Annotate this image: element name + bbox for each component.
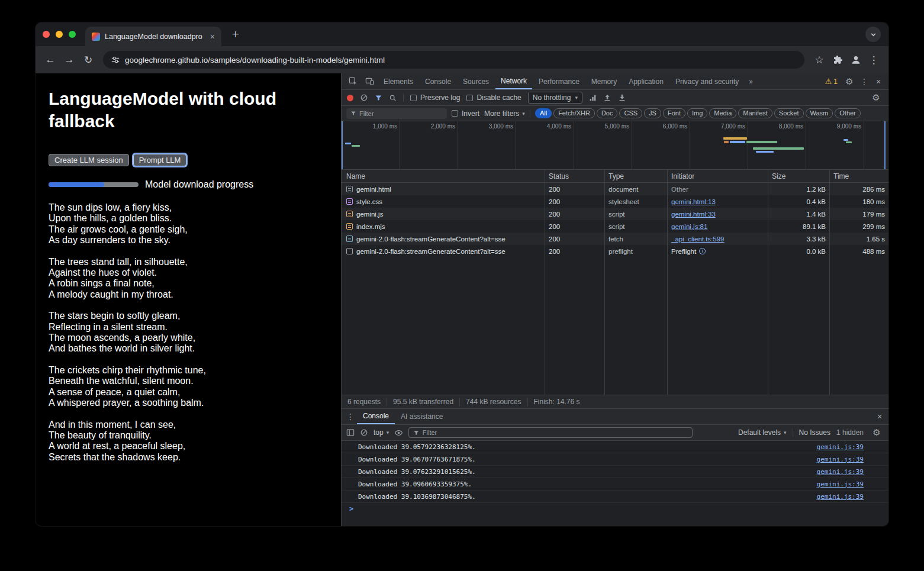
close-window-button[interactable] xyxy=(43,31,50,38)
record-network-log-button[interactable] xyxy=(347,95,353,101)
inspect-element-icon[interactable] xyxy=(345,74,360,89)
initiator-link[interactable]: gemini.html:33 xyxy=(671,211,716,218)
console-filter-box[interactable] xyxy=(408,427,693,438)
bookmark-star-icon[interactable]: ☆ xyxy=(810,51,828,69)
initiator-link[interactable]: gemini.js:81 xyxy=(671,223,707,230)
clear-console-icon[interactable] xyxy=(360,428,368,437)
chip-wasm[interactable]: Wasm xyxy=(806,108,833,118)
eye-icon[interactable] xyxy=(394,428,403,437)
create-llm-session-button[interactable]: Create LLM session xyxy=(49,154,129,166)
import-har-icon[interactable] xyxy=(603,93,611,102)
device-toolbar-icon[interactable] xyxy=(362,74,377,89)
console-prompt[interactable]: > xyxy=(342,503,888,515)
chip-media[interactable]: Media xyxy=(709,108,736,118)
issues-status[interactable]: No Issues xyxy=(799,428,830,437)
column-type[interactable]: Type xyxy=(605,170,668,182)
console-source-link[interactable]: gemini.js:39 xyxy=(817,456,864,463)
initiator-link[interactable]: _api_client.ts:599 xyxy=(671,236,725,243)
network-filter-box[interactable] xyxy=(346,108,447,119)
tab-network[interactable]: Network xyxy=(495,74,532,89)
reload-button[interactable]: ↻ xyxy=(79,51,97,69)
console-settings-icon[interactable]: ⚙ xyxy=(870,427,884,438)
request-row-style-css[interactable]: style.css 200 stylesheet gemini.html:13 … xyxy=(342,195,888,208)
tab-close-icon[interactable]: × xyxy=(208,32,217,41)
timeline-right-handle[interactable] xyxy=(884,121,886,169)
tab-elements[interactable]: Elements xyxy=(378,74,418,89)
request-row-stream-generate-content-preflight[interactable]: gemini-2.0-flash:streamGenerateContent?a… xyxy=(342,245,888,257)
clear-network-log-icon[interactable] xyxy=(360,93,368,102)
chip-font[interactable]: Font xyxy=(663,108,685,118)
more-filters-dropdown[interactable]: More filters ▾ xyxy=(484,109,525,118)
profile-avatar[interactable] xyxy=(848,52,864,67)
column-time[interactable]: Time xyxy=(830,170,888,182)
more-tabs-button[interactable]: » xyxy=(745,78,756,86)
issues-warning-badge[interactable]: ⚠ 1 xyxy=(822,77,841,86)
column-status[interactable]: Status xyxy=(545,170,605,182)
extensions-icon[interactable] xyxy=(829,51,847,69)
tab-search-button[interactable] xyxy=(865,27,881,42)
console-source-link[interactable]: gemini.js:39 xyxy=(817,443,864,451)
browser-tab[interactable]: LanguageModel downloadpro × xyxy=(85,27,221,46)
drawer-menu-icon[interactable]: ⋮ xyxy=(344,412,357,421)
new-tab-button[interactable]: + xyxy=(227,26,244,43)
drawer-tab-console[interactable]: Console xyxy=(357,409,395,424)
chip-socket[interactable]: Socket xyxy=(774,108,804,118)
devtools-close-icon[interactable]: × xyxy=(872,77,885,86)
timeline-left-handle[interactable] xyxy=(342,121,343,169)
tab-memory[interactable]: Memory xyxy=(586,74,622,89)
disable-cache-checkbox[interactable]: Disable cache xyxy=(466,93,521,102)
console-source-link[interactable]: gemini.js:39 xyxy=(817,468,864,476)
console-source-link[interactable]: gemini.js:39 xyxy=(817,493,864,501)
minimize-window-button[interactable] xyxy=(56,31,63,38)
column-initiator[interactable]: Initiator xyxy=(668,170,768,182)
network-conditions-icon[interactable] xyxy=(589,94,597,102)
chip-fetch-xhr[interactable]: Fetch/XHR xyxy=(553,108,595,118)
column-name[interactable]: Name xyxy=(342,170,545,182)
throttling-select[interactable]: No throttling ▾ xyxy=(528,92,582,104)
chip-all[interactable]: All xyxy=(535,108,552,118)
export-har-icon[interactable] xyxy=(618,93,626,102)
tab-privacy-and-security[interactable]: Privacy and security xyxy=(670,74,744,89)
request-row-gemini-js[interactable]: gemini.js 200 script gemini.html:33 1.4 … xyxy=(342,208,888,220)
chip-other[interactable]: Other xyxy=(835,108,861,118)
network-overview-timeline[interactable]: 1,000 ms 2,000 ms 3,000 ms 4,000 ms 5,00… xyxy=(342,121,888,170)
initiator-link[interactable]: gemini.html:13 xyxy=(671,198,716,205)
request-row-stream-generate-content[interactable]: gemini-2.0-flash:streamGenerateContent?a… xyxy=(342,233,888,245)
chip-js[interactable]: JS xyxy=(644,108,661,118)
info-icon[interactable]: i xyxy=(699,248,706,254)
forward-button[interactable]: → xyxy=(60,51,78,69)
request-row-index-mjs[interactable]: index.mjs 200 script gemini.js:81 89.1 k… xyxy=(342,220,888,233)
tab-application[interactable]: Application xyxy=(623,74,669,89)
chip-css[interactable]: CSS xyxy=(619,108,642,118)
prompt-llm-button[interactable]: Prompt LLM xyxy=(133,154,187,166)
preserve-log-checkbox[interactable]: Preserve log xyxy=(410,93,460,102)
drawer-close-icon[interactable]: × xyxy=(873,412,886,421)
invert-filter-checkbox[interactable]: Invert xyxy=(452,109,479,118)
console-sidebar-icon[interactable] xyxy=(346,428,355,437)
filter-funnel-icon[interactable] xyxy=(375,94,382,102)
tab-sources[interactable]: Sources xyxy=(458,74,494,89)
devtools-menu-icon[interactable]: ⋮ xyxy=(858,77,871,86)
chip-doc[interactable]: Doc xyxy=(597,108,618,118)
devtools-settings-icon[interactable]: ⚙ xyxy=(842,76,857,87)
tab-performance[interactable]: Performance xyxy=(533,74,585,89)
log-levels-dropdown[interactable]: Default levels ▾ xyxy=(738,428,787,437)
address-bar[interactable]: googlechrome.github.io/samples/downloadi… xyxy=(103,51,804,69)
drawer-tab-ai-assistance[interactable]: AI assistance xyxy=(395,409,449,424)
chip-img[interactable]: Img xyxy=(687,108,707,118)
back-button[interactable]: ← xyxy=(41,51,59,69)
zoom-window-button[interactable] xyxy=(69,31,76,38)
search-icon[interactable] xyxy=(389,94,397,102)
tab-console[interactable]: Console xyxy=(420,74,456,89)
network-filter-input[interactable] xyxy=(359,110,443,117)
column-size[interactable]: Size xyxy=(768,170,830,182)
network-settings-icon[interactable]: ⚙ xyxy=(869,92,883,103)
context-selector[interactable]: top ▾ xyxy=(374,428,389,437)
browser-menu-icon[interactable]: ⋮ xyxy=(865,51,883,69)
site-settings-icon[interactable] xyxy=(111,56,120,64)
console-filter-input[interactable] xyxy=(423,429,688,436)
chip-manifest[interactable]: Manifest xyxy=(738,108,772,118)
hidden-messages-count[interactable]: 1 hidden xyxy=(836,428,864,437)
console-source-link[interactable]: gemini.js:39 xyxy=(817,480,864,488)
request-row-gemini-html[interactable]: gemini.html 200 document Other 1.2 kB 28… xyxy=(342,183,888,195)
